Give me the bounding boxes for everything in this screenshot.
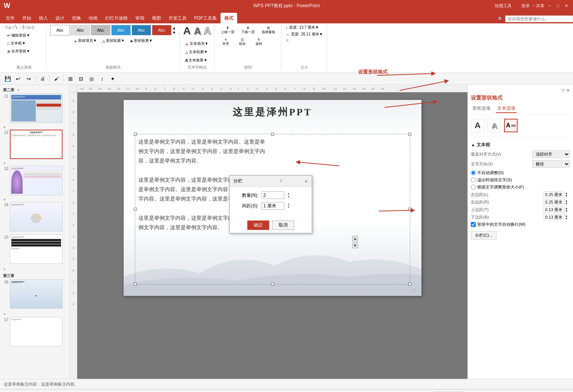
minus-btn[interactable]: ⊟: [77, 75, 86, 83]
overflow-radio[interactable]: [471, 178, 476, 182]
slide-item-16[interactable]: 16 这里是泽州PPT ●: [2, 279, 68, 309]
spacing-down-btn[interactable]: ▼: [287, 206, 290, 209]
top-margin-input[interactable]: [544, 207, 564, 213]
wrap-checkbox[interactable]: [471, 222, 476, 227]
left-margin-down[interactable]: ▼: [565, 194, 568, 197]
count-spinner[interactable]: ▲ ▼: [287, 192, 290, 198]
paint-btn[interactable]: 🖌: [52, 75, 61, 83]
bottom-margin-up[interactable]: ▲: [565, 214, 568, 217]
shape-style-5[interactable]: Abc: [132, 25, 151, 35]
right-margin-input[interactable]: [544, 199, 564, 205]
handle-tl[interactable]: [134, 133, 137, 136]
resize-btn[interactable]: ↕: [98, 75, 107, 83]
bottom-margin-input[interactable]: [544, 214, 564, 220]
grid-btn[interactable]: ⊞: [66, 75, 75, 83]
tab-review[interactable]: 审阅: [132, 13, 148, 23]
shape-fill-btn[interactable]: ▲ 形状填充▼: [72, 37, 99, 44]
select-pane-btn[interactable]: ⊞ 选择窗格: [259, 25, 278, 36]
shape-style-4[interactable]: Abc: [111, 25, 131, 35]
align-btn[interactable]: ≡ 对齐: [218, 37, 233, 47]
save-btn[interactable]: 💾: [3, 75, 12, 83]
text-fill-btn[interactable]: ▲ 文本填充▼: [183, 40, 210, 47]
art-text-a2[interactable]: A: [194, 25, 201, 37]
tab-text-options[interactable]: 文本选项: [496, 104, 517, 113]
size-expand-icon[interactable]: ⊞: [286, 38, 289, 42]
shape-style-2[interactable]: Abc: [70, 25, 90, 35]
slide-thumb-17[interactable]: 这里是泽州PPT: [10, 317, 63, 346]
redo-btn[interactable]: ↪: [24, 75, 33, 83]
shape-styles-down-icon[interactable]: ▼: [172, 31, 176, 35]
slide-thumb-15[interactable]: 这里是泽州PPT 这里是举例...: [10, 234, 63, 264]
undo-btn[interactable]: ↩: [14, 75, 23, 83]
edit-shape-btn[interactable]: ✏ 编辑形状▼: [5, 32, 35, 39]
right-margin-up[interactable]: ▲: [565, 199, 568, 202]
shape-styles-up-icon[interactable]: ▲: [172, 26, 176, 30]
tab-format[interactable]: 格式: [221, 13, 237, 23]
slide-thumb-16[interactable]: 这里是泽州PPT ●: [10, 279, 63, 309]
art-icon-1[interactable]: A: [471, 119, 484, 132]
slide-thumb-14[interactable]: 这里是泽州PPT: [10, 202, 63, 231]
slide-item-14[interactable]: 14 这里是泽州PPT: [2, 202, 68, 231]
dialog-close-btn[interactable]: ×: [305, 178, 308, 184]
top-margin-spinner[interactable]: ▲ ▼: [565, 207, 568, 212]
slide-thumb-13[interactable]: 这里是泽州PPT: [10, 166, 63, 195]
tab-design[interactable]: 设计: [52, 13, 68, 23]
column-btn[interactable]: 分栏(C)...: [471, 231, 496, 240]
art-icon-2[interactable]: A: [487, 119, 501, 132]
slide-item-15[interactable]: 15 这里是泽州PPT 这里是举例...: [2, 234, 68, 264]
art-text-a3[interactable]: A: [204, 25, 211, 37]
bottom-margin-down[interactable]: ▼: [565, 217, 568, 220]
count-down-btn[interactable]: ▼: [287, 195, 290, 198]
slide-thumb-12[interactable]: 这里是泽州PPT 这里是举例文字内容，这里是举例文字内容。这里是举例文字内容..…: [10, 130, 63, 159]
slide-item-11[interactable]: 11 这里是泽州PPT: [2, 93, 68, 123]
shape-style-3[interactable]: Abc: [91, 25, 110, 35]
tab-file[interactable]: 文件: [2, 13, 18, 23]
shape-style-6[interactable]: Abc: [152, 25, 172, 35]
art-text-a1[interactable]: A: [183, 25, 191, 37]
right-margin-spinner[interactable]: ▲ ▼: [565, 199, 568, 205]
text-outline-btn[interactable]: △ 文本轮廓▼: [183, 48, 210, 56]
right-margin-down[interactable]: ▼: [565, 202, 568, 205]
slide-thumb-11[interactable]: 这里是泽州PPT: [10, 93, 63, 123]
top-margin-up[interactable]: ▲: [565, 207, 568, 210]
share-btn[interactable]: ♀ 共享: [532, 3, 544, 9]
top-margin-down[interactable]: ▼: [565, 210, 568, 212]
art-icon-3[interactable]: A: [504, 119, 518, 132]
cancel-btn[interactable]: 取消: [272, 220, 294, 230]
confirm-btn[interactable]: 确定: [247, 220, 269, 230]
tab-shape-options[interactable]: 形状选项: [471, 104, 492, 113]
scroll-down-btn[interactable]: ▼: [352, 242, 358, 248]
spacing-input[interactable]: [262, 202, 284, 210]
tab-developer[interactable]: 开发工具: [165, 13, 190, 23]
maximize-btn[interactable]: □: [555, 3, 561, 9]
login-btn[interactable]: 登录: [521, 3, 530, 9]
rotate-btn[interactable]: ↻ 旋转: [251, 37, 267, 47]
tab-pdf[interactable]: PDF工具集: [190, 13, 221, 23]
group-btn[interactable]: ⊡ 组合: [235, 37, 250, 47]
handle-bl[interactable]: [134, 283, 137, 286]
bottom-margin-spinner[interactable]: ▲ ▼: [565, 214, 568, 220]
merge-shape-btn[interactable]: ⊕ 合并形状▼: [5, 47, 35, 55]
tab-insert[interactable]: 插入: [35, 13, 52, 23]
panel-expand-icon[interactable]: ▽: [561, 88, 565, 93]
spacing-spinner[interactable]: ▲ ▼: [287, 203, 290, 209]
panel-close-icon[interactable]: ✕: [566, 88, 570, 93]
tab-slideshow[interactable]: 幻灯片放映: [101, 13, 132, 23]
handle-tm[interactable]: [271, 133, 274, 136]
ribbon-search-input[interactable]: [505, 15, 573, 22]
text-effect-btn[interactable]: A 文本效果▼: [183, 57, 210, 64]
tab-transitions[interactable]: 切换: [68, 13, 85, 23]
slide-item-17[interactable]: 17 这里是泽州PPT: [2, 317, 68, 346]
tab-home[interactable]: 开始: [18, 13, 35, 23]
handle-ml[interactable]: [134, 208, 137, 211]
left-margin-input[interactable]: [544, 191, 564, 198]
slide-item-13[interactable]: 13 这里是泽州PPT: [2, 166, 68, 195]
tab-animations[interactable]: 动画: [85, 13, 101, 23]
resize-radio[interactable]: [471, 185, 476, 190]
move-down-btn[interactable]: ⬇ 下移一层: [239, 25, 257, 36]
tab-view[interactable]: 视图: [148, 13, 165, 23]
textbox-collapse-icon[interactable]: ▲: [471, 142, 475, 147]
left-margin-up[interactable]: ▲: [565, 192, 568, 194]
column-dialog[interactable]: 分栏 ？ × 数量(N): ▲ ▼: [229, 175, 312, 233]
vertical-align-select[interactable]: 顶部对齐 中部对齐 底部对齐: [532, 150, 570, 158]
